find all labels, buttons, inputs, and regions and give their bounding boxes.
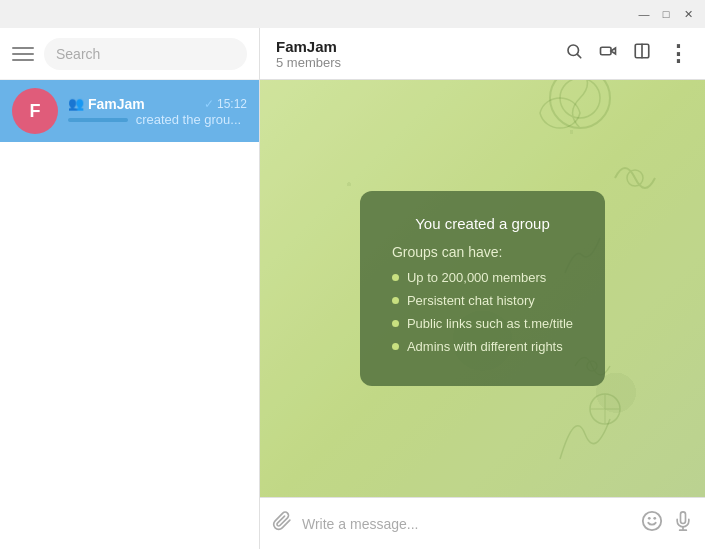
sidebar-header bbox=[0, 28, 259, 80]
chat-area: FamJam 5 members bbox=[260, 28, 705, 549]
bullet-icon bbox=[392, 297, 399, 304]
list-item: Up to 200,000 members bbox=[392, 270, 573, 285]
bullet-icon bbox=[392, 274, 399, 281]
list-item: Admins with different rights bbox=[392, 339, 573, 354]
info-card-subtitle: Groups can have: bbox=[392, 244, 573, 260]
chat-header: FamJam 5 members bbox=[260, 28, 705, 80]
emoji-icon[interactable] bbox=[641, 510, 663, 537]
close-button[interactable]: ✕ bbox=[679, 5, 697, 23]
info-card-list: Up to 200,000 members Persistent chat hi… bbox=[392, 270, 573, 354]
attach-icon[interactable] bbox=[272, 511, 292, 536]
list-item: Public links such as t.me/title bbox=[392, 316, 573, 331]
chat-top: 👥 FamJam ✓ 15:12 bbox=[68, 96, 247, 112]
chat-header-sub: 5 members bbox=[276, 55, 565, 70]
maximize-button[interactable]: □ bbox=[657, 5, 675, 23]
message-input[interactable] bbox=[302, 516, 631, 532]
app-container: F 👥 FamJam ✓ 15:12 creat bbox=[0, 28, 705, 549]
list-item: Persistent chat history bbox=[392, 293, 573, 308]
hamburger-menu[interactable] bbox=[12, 43, 34, 65]
sidebar-toggle-icon[interactable] bbox=[633, 42, 651, 65]
chat-info: 👥 FamJam ✓ 15:12 created the grou... bbox=[68, 96, 247, 127]
checkmark-icon: ✓ bbox=[204, 97, 214, 111]
voice-icon[interactable] bbox=[673, 511, 693, 536]
video-call-icon[interactable] bbox=[599, 42, 617, 65]
preview-bar bbox=[68, 118, 128, 122]
more-options-icon[interactable]: ⋮ bbox=[667, 41, 689, 67]
info-card-title: You created a group bbox=[392, 215, 573, 232]
sidebar: F 👥 FamJam ✓ 15:12 creat bbox=[0, 28, 260, 549]
bullet-icon bbox=[392, 320, 399, 327]
avatar: F bbox=[12, 88, 58, 134]
chat-header-actions: ⋮ bbox=[565, 41, 689, 67]
svg-rect-9 bbox=[601, 47, 612, 55]
chat-body: You created a group Groups can have: Up … bbox=[260, 80, 705, 497]
bullet-icon bbox=[392, 343, 399, 350]
chat-name: 👥 FamJam bbox=[68, 96, 145, 112]
chat-time: ✓ 15:12 bbox=[204, 97, 247, 111]
search-icon[interactable] bbox=[565, 42, 583, 65]
chat-list: F 👥 FamJam ✓ 15:12 creat bbox=[0, 80, 259, 549]
chat-input-area bbox=[260, 497, 705, 549]
search-input[interactable] bbox=[44, 38, 247, 70]
titlebar: — □ ✕ bbox=[0, 0, 705, 28]
minimize-button[interactable]: — bbox=[635, 5, 653, 23]
chat-header-info: FamJam 5 members bbox=[276, 38, 565, 70]
svg-line-8 bbox=[577, 54, 580, 57]
svg-point-12 bbox=[643, 512, 661, 530]
chat-preview: created the grou... bbox=[68, 112, 247, 127]
chat-header-name: FamJam bbox=[276, 38, 565, 55]
group-icon: 👥 bbox=[68, 96, 84, 111]
chat-item-famjam[interactable]: F 👥 FamJam ✓ 15:12 creat bbox=[0, 80, 259, 142]
info-card: You created a group Groups can have: Up … bbox=[360, 191, 605, 386]
